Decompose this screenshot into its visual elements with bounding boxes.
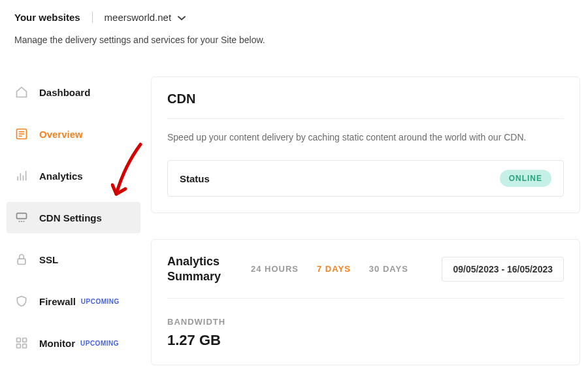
- svg-rect-13: [17, 338, 21, 342]
- layout: Dashboard Overview Analytics CDN Setting…: [0, 76, 588, 369]
- lock-icon: [14, 252, 29, 267]
- svg-rect-8: [17, 213, 27, 218]
- header: Your websites meersworld.net Manage the …: [0, 0, 588, 50]
- svg-rect-15: [17, 344, 21, 348]
- cdn-status-box: Status ONLINE: [167, 160, 564, 197]
- upcoming-badge: UPCOMING: [81, 298, 120, 305]
- shield-icon: [14, 294, 29, 308]
- analytics-icon: [14, 169, 29, 183]
- bandwidth-label: BANDWIDTH: [167, 317, 564, 327]
- analytics-card: Analytics Summary 24 HOURS 7 DAYS 30 DAY…: [151, 239, 580, 365]
- cdn-desc: Speed up your content delivery by cachin…: [167, 131, 564, 144]
- cdn-card: CDN Speed up your content delivery by ca…: [151, 76, 580, 213]
- site-name: meersworld.net: [105, 12, 172, 23]
- svg-rect-16: [23, 344, 27, 348]
- sidebar-item-label: Overview: [39, 129, 83, 140]
- analytics-header: Analytics Summary 24 HOURS 7 DAYS 30 DAY…: [167, 254, 564, 299]
- sidebar-item-label: Monitor: [39, 338, 75, 349]
- chevron-down-icon: [178, 16, 186, 21]
- header-label: Your websites: [14, 12, 93, 23]
- analytics-title: Analytics Summary: [167, 254, 233, 284]
- header-subtitle: Manage the delivery settings and service…: [14, 35, 574, 45]
- status-label: Status: [180, 173, 210, 184]
- range-24h[interactable]: 24 HOURS: [251, 264, 299, 274]
- sidebar-item-label: SSL: [39, 254, 58, 265]
- sidebar: Dashboard Overview Analytics CDN Setting…: [7, 76, 140, 369]
- sidebar-item-dashboard[interactable]: Dashboard: [7, 76, 140, 108]
- overview-icon: [14, 127, 29, 141]
- sidebar-item-monitor[interactable]: Monitor UPCOMING: [7, 327, 140, 359]
- range-30d[interactable]: 30 DAYS: [369, 264, 408, 274]
- header-top: Your websites meersworld.net: [14, 12, 574, 23]
- range-tabs: 24 HOURS 7 DAYS 30 DAYS: [251, 264, 408, 274]
- main: CDN Speed up your content delivery by ca…: [151, 76, 580, 369]
- bandwidth-value: 1.27 GB: [167, 332, 564, 349]
- sidebar-item-cdn-settings[interactable]: CDN Settings: [7, 202, 140, 233]
- svg-rect-14: [23, 338, 27, 342]
- range-7d[interactable]: 7 DAYS: [317, 264, 351, 274]
- svg-rect-12: [18, 259, 25, 264]
- sidebar-item-overview[interactable]: Overview: [7, 118, 140, 150]
- sidebar-item-ssl[interactable]: SSL: [7, 244, 140, 275]
- sidebar-item-analytics[interactable]: Analytics: [7, 160, 140, 191]
- home-icon: [14, 85, 29, 99]
- sidebar-item-label: Firewall: [39, 296, 76, 307]
- cdn-icon: [14, 210, 29, 225]
- sidebar-item-label: Dashboard: [39, 87, 90, 98]
- bandwidth-block: BANDWIDTH 1.27 GB: [167, 317, 564, 349]
- date-range-picker[interactable]: 09/05/2023 - 16/05/2023: [442, 257, 564, 282]
- sidebar-item-firewall[interactable]: Firewall UPCOMING: [7, 286, 140, 317]
- sidebar-item-label: Analytics: [39, 171, 83, 182]
- monitor-icon: [14, 336, 29, 350]
- status-badge: ONLINE: [500, 170, 551, 187]
- cdn-title: CDN: [167, 91, 564, 119]
- site-selector[interactable]: meersworld.net: [105, 12, 186, 23]
- sidebar-item-label: CDN Settings: [39, 212, 102, 223]
- upcoming-badge: UPCOMING: [80, 340, 119, 347]
